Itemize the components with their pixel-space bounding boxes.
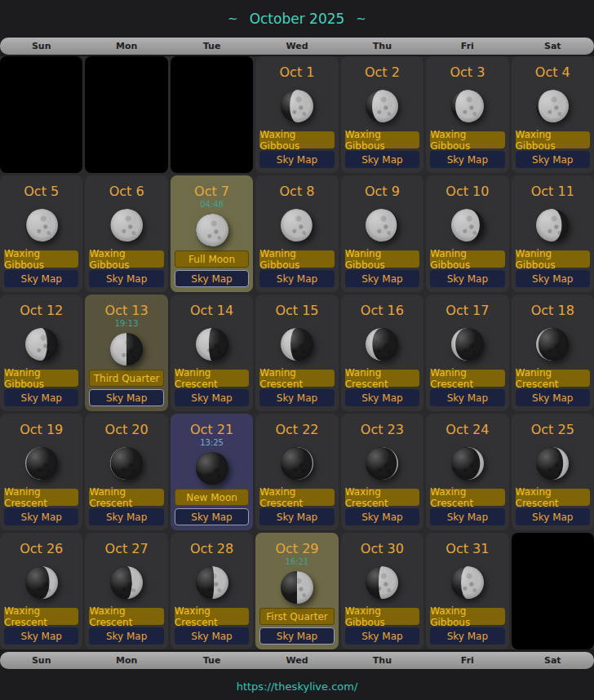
sky-map-link[interactable]: Sky Map: [259, 627, 334, 645]
phase-label-button[interactable]: Waxing Gibbous: [345, 608, 419, 625]
sky-map-link[interactable]: Sky Map: [259, 270, 334, 287]
phase-label-button[interactable]: Waxing Crescent: [175, 608, 249, 625]
footer-url-link[interactable]: https://theskylive.com/: [237, 680, 358, 693]
phase-label-button[interactable]: Waxing Crescent: [516, 489, 590, 506]
sky-map-link[interactable]: Sky Map: [175, 627, 249, 645]
moon-surface-texture: [451, 447, 484, 480]
moon-surface-texture: [110, 209, 143, 241]
sky-map-link[interactable]: Sky Map: [89, 627, 163, 645]
day-cell: Oct 12Waning GibbousSky Map: [0, 295, 82, 411]
phase-label-button[interactable]: Waxing Crescent: [89, 608, 163, 625]
phase-label-button[interactable]: Waxing Crescent: [430, 489, 504, 506]
moon-surface-texture: [281, 209, 313, 241]
sky-map-link[interactable]: Sky Map: [345, 270, 419, 287]
phase-label-button[interactable]: New Moon: [175, 489, 249, 506]
phase-label-button[interactable]: Waning Gibbous: [430, 250, 504, 268]
moon-area: [171, 318, 253, 370]
sky-map-link[interactable]: Sky Map: [89, 508, 163, 525]
moon-surface-texture: [536, 447, 569, 480]
sky-map-link[interactable]: Sky Map: [175, 508, 249, 525]
moon-area: [512, 318, 594, 370]
sky-map-link[interactable]: Sky Map: [345, 389, 419, 406]
phase-label-button[interactable]: Waxing Gibbous: [4, 250, 78, 268]
sky-map-link[interactable]: Sky Map: [430, 508, 504, 525]
phase-label-button[interactable]: Waxing Crescent: [4, 608, 78, 625]
sky-map-link[interactable]: Sky Map: [516, 389, 590, 406]
sky-map-link[interactable]: Sky Map: [4, 508, 78, 525]
day-date: Oct 29: [275, 542, 318, 556]
month-title: October 2025: [250, 11, 345, 27]
moon-phase-image: [536, 328, 569, 361]
phase-label-button[interactable]: First Quarter: [259, 608, 334, 625]
phase-label-button[interactable]: Third Quarter: [89, 370, 163, 387]
sky-map-link[interactable]: Sky Map: [430, 627, 504, 645]
sky-map-link[interactable]: Sky Map: [430, 270, 504, 287]
phase-label-button[interactable]: Waning Crescent: [516, 370, 590, 387]
day-cell: Oct 6Waxing GibbousSky Map: [85, 175, 167, 292]
sky-map-link[interactable]: Sky Map: [516, 508, 590, 525]
sky-map-link[interactable]: Sky Map: [516, 151, 590, 168]
day-cell: Oct 1319:13Third QuarterSky Map: [85, 295, 167, 411]
sky-map-link[interactable]: Sky Map: [259, 389, 334, 406]
phase-label-button[interactable]: Waning Crescent: [345, 370, 419, 387]
phase-label-button[interactable]: Waning Crescent: [259, 370, 334, 387]
moon-phase-image: [110, 447, 143, 480]
phase-label-button[interactable]: Full Moon: [175, 250, 249, 268]
day-date: Oct 10: [446, 184, 489, 199]
moon-area: [255, 567, 338, 608]
day-cell: Oct 3Waxing GibbousSky Map: [426, 56, 508, 173]
phase-label-button[interactable]: Waxing Gibbous: [430, 131, 504, 148]
sky-map-link[interactable]: Sky Map: [89, 389, 163, 406]
sky-map-link[interactable]: Sky Map: [345, 627, 419, 645]
day-date: Oct 7: [194, 184, 229, 199]
phase-label-button[interactable]: Waxing Gibbous: [430, 608, 504, 625]
sky-map-link[interactable]: Sky Map: [259, 151, 334, 168]
phase-label-button[interactable]: Waxing Gibbous: [516, 131, 590, 148]
sky-map-link[interactable]: Sky Map: [4, 270, 78, 287]
day-date: Oct 2: [365, 65, 400, 80]
day-date: Oct 26: [20, 542, 63, 556]
phase-label-button[interactable]: Waxing Gibbous: [259, 131, 334, 148]
phase-label-button[interactable]: Waxing Crescent: [259, 489, 334, 506]
moon-area: [0, 199, 82, 250]
day-date: Oct 6: [109, 184, 144, 199]
phase-label-button[interactable]: Waning Gibbous: [516, 250, 590, 268]
moon-phase-image: [25, 447, 58, 480]
phase-label-button[interactable]: Waning Crescent: [175, 370, 249, 387]
phase-label-button[interactable]: Waning Gibbous: [345, 250, 419, 268]
moon-surface-texture: [25, 209, 58, 241]
phase-label-button[interactable]: Waxing Gibbous: [345, 131, 419, 148]
sky-map-link[interactable]: Sky Map: [430, 389, 504, 406]
moon-phase-image: [196, 452, 228, 485]
day-date: Oct 15: [275, 303, 318, 318]
phase-label-button[interactable]: Waning Crescent: [4, 489, 78, 506]
sky-map-link[interactable]: Sky Map: [4, 389, 78, 406]
day-date: Oct 12: [20, 303, 63, 318]
weekday-label-tue: Tue: [171, 655, 253, 666]
day-cell: Oct 24Waxing CrescentSky Map: [426, 414, 508, 530]
title-tilde-left: ~: [228, 11, 238, 26]
empty-cell: [0, 56, 82, 173]
sky-map-link[interactable]: Sky Map: [516, 270, 590, 287]
phase-label-button[interactable]: Waxing Gibbous: [89, 250, 163, 268]
day-cell: Oct 27Waxing CrescentSky Map: [85, 533, 167, 649]
sky-map-link[interactable]: Sky Map: [89, 270, 163, 287]
sky-map-link[interactable]: Sky Map: [175, 270, 249, 287]
moon-surface-texture: [366, 90, 398, 122]
phase-label-button[interactable]: Waning Gibbous: [259, 250, 334, 268]
sky-map-link[interactable]: Sky Map: [259, 508, 334, 525]
day-date: Oct 9: [365, 184, 400, 199]
sky-map-link[interactable]: Sky Map: [430, 151, 504, 168]
phase-time: 19:13: [115, 319, 139, 329]
sky-map-link[interactable]: Sky Map: [175, 389, 249, 406]
moon-surface-texture: [110, 333, 143, 366]
day-cell: Oct 31Waxing GibbousSky Map: [426, 533, 508, 649]
phase-label-button[interactable]: Waning Gibbous: [4, 370, 78, 387]
day-date: Oct 19: [20, 423, 63, 437]
phase-label-button[interactable]: Waning Crescent: [89, 489, 163, 506]
phase-label-button[interactable]: Waning Crescent: [430, 370, 504, 387]
phase-label-button[interactable]: Waxing Crescent: [345, 489, 419, 506]
sky-map-link[interactable]: Sky Map: [345, 151, 419, 168]
sky-map-link[interactable]: Sky Map: [345, 508, 419, 525]
sky-map-link[interactable]: Sky Map: [4, 627, 78, 645]
